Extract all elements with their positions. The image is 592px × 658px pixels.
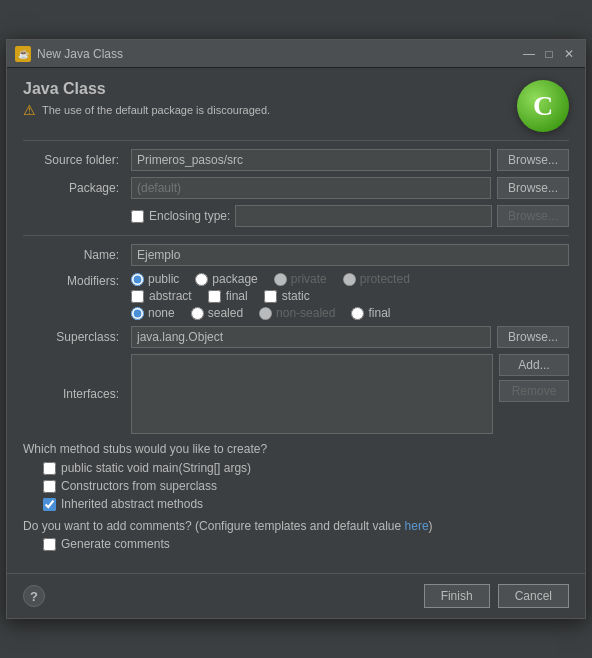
dialog-footer: ? Finish Cancel xyxy=(7,573,585,618)
new-java-class-dialog: ☕ New Java Class — □ ✕ Java Class ⚠ The … xyxy=(6,39,586,619)
stub-constructors-checkbox[interactable] xyxy=(43,480,56,493)
modifier-package-label[interactable]: package xyxy=(195,272,257,286)
enclosing-type-browse-button[interactable]: Browse... xyxy=(497,205,569,227)
enclosing-type-label-text: Enclosing type: xyxy=(149,209,230,223)
interfaces-buttons: Add... Remove xyxy=(499,354,569,402)
enclosing-type-field: Enclosing type: Browse... xyxy=(131,205,569,227)
warning-text: The use of the default package is discou… xyxy=(42,104,270,116)
maximize-button[interactable]: □ xyxy=(541,46,557,62)
interfaces-field: Add... Remove xyxy=(131,354,569,434)
package-label: Package: xyxy=(23,181,123,195)
interfaces-remove-button[interactable]: Remove xyxy=(499,380,569,402)
window-controls: — □ ✕ xyxy=(521,46,577,62)
stub-main-text: public static void main(String[] args) xyxy=(61,461,251,475)
modifiers-label: Modifiers: xyxy=(23,272,123,288)
modifiers-row-3: none sealed non-sealed final xyxy=(131,306,569,320)
stub-constructors-text: Constructors from superclass xyxy=(61,479,217,493)
stubs-list: public static void main(String[] args) C… xyxy=(23,461,569,511)
modifier-abstract-checkbox[interactable] xyxy=(131,290,144,303)
dialog-body: Java Class ⚠ The use of the default pack… xyxy=(7,68,585,563)
close-button[interactable]: ✕ xyxy=(561,46,577,62)
modifier-protected-radio[interactable] xyxy=(343,273,356,286)
source-folder-row: Source folder: Browse... xyxy=(23,149,569,171)
enclosing-type-checkbox-label[interactable]: Enclosing type: xyxy=(131,209,230,223)
superclass-field: Browse... xyxy=(131,326,569,348)
package-input[interactable] xyxy=(131,177,491,199)
stub-main-label[interactable]: public static void main(String[] args) xyxy=(43,461,569,475)
package-browse-button[interactable]: Browse... xyxy=(497,177,569,199)
separator-2 xyxy=(23,235,569,236)
modifier-final2-label[interactable]: final xyxy=(351,306,390,320)
help-button[interactable]: ? xyxy=(23,585,45,607)
enclosing-type-checkbox[interactable] xyxy=(131,210,144,223)
package-field: Browse... xyxy=(131,177,569,199)
header-warning: ⚠ The use of the default package is disc… xyxy=(23,102,270,118)
finish-button[interactable]: Finish xyxy=(424,584,490,608)
modifier-private-label[interactable]: private xyxy=(274,272,327,286)
comments-section: Do you want to add comments? (Configure … xyxy=(23,519,569,551)
warning-icon: ⚠ xyxy=(23,102,36,118)
minimize-button[interactable]: — xyxy=(521,46,537,62)
modifier-abstract-label[interactable]: abstract xyxy=(131,289,192,303)
modifier-public-label[interactable]: public xyxy=(131,272,179,286)
modifiers-row-1: public package private protected xyxy=(131,272,569,286)
source-folder-field: Browse... xyxy=(131,149,569,171)
superclass-label: Superclass: xyxy=(23,330,123,344)
modifier-sealed-radio[interactable] xyxy=(191,307,204,320)
modifier-nonsealed-label[interactable]: non-sealed xyxy=(259,306,335,320)
package-row: Package: Browse... xyxy=(23,177,569,199)
comments-link[interactable]: here xyxy=(405,519,429,533)
title-bar: ☕ New Java Class — □ ✕ xyxy=(7,40,585,68)
modifier-public-radio[interactable] xyxy=(131,273,144,286)
modifier-final2-radio[interactable] xyxy=(351,307,364,320)
header-left: Java Class ⚠ The use of the default pack… xyxy=(23,80,270,118)
stub-main-checkbox[interactable] xyxy=(43,462,56,475)
footer-buttons: Finish Cancel xyxy=(424,584,569,608)
generate-comments-checkbox[interactable] xyxy=(43,538,56,551)
generate-comments-text: Generate comments xyxy=(61,537,170,551)
modifier-protected-label[interactable]: protected xyxy=(343,272,410,286)
source-folder-browse-button[interactable]: Browse... xyxy=(497,149,569,171)
modifier-final-checkbox[interactable] xyxy=(208,290,221,303)
superclass-row: Superclass: Browse... xyxy=(23,326,569,348)
modifier-static-checkbox[interactable] xyxy=(264,290,277,303)
modifier-none-label[interactable]: none xyxy=(131,306,175,320)
comments-text: Do you want to add comments? (Configure … xyxy=(23,519,569,533)
interfaces-label: Interfaces: xyxy=(23,387,123,401)
title-bar-left: ☕ New Java Class xyxy=(15,46,123,62)
enclosing-type-row: Enclosing type: Browse... xyxy=(23,205,569,227)
modifiers-grid: public package private protected xyxy=(131,272,569,320)
name-input[interactable] xyxy=(131,244,569,266)
modifier-package-radio[interactable] xyxy=(195,273,208,286)
interfaces-add-button[interactable]: Add... xyxy=(499,354,569,376)
cancel-button[interactable]: Cancel xyxy=(498,584,569,608)
interfaces-row: Interfaces: Add... Remove xyxy=(23,354,569,434)
separator-1 xyxy=(23,140,569,141)
name-label: Name: xyxy=(23,248,123,262)
header-section: Java Class ⚠ The use of the default pack… xyxy=(23,80,569,132)
modifier-final-label[interactable]: final xyxy=(208,289,248,303)
logo: C xyxy=(517,80,569,132)
enclosing-type-input[interactable] xyxy=(235,205,492,227)
stub-inherited-label[interactable]: Inherited abstract methods xyxy=(43,497,569,511)
superclass-browse-button[interactable]: Browse... xyxy=(497,326,569,348)
dialog-title: New Java Class xyxy=(37,47,123,61)
superclass-input[interactable] xyxy=(131,326,491,348)
stub-constructors-label[interactable]: Constructors from superclass xyxy=(43,479,569,493)
stub-inherited-checkbox[interactable] xyxy=(43,498,56,511)
modifiers-row-2: abstract final static xyxy=(131,289,569,303)
modifier-sealed-label[interactable]: sealed xyxy=(191,306,243,320)
stubs-title: Which method stubs would you like to cre… xyxy=(23,442,569,456)
interfaces-input[interactable] xyxy=(131,354,493,434)
modifier-static-label[interactable]: static xyxy=(264,289,310,303)
java-icon: ☕ xyxy=(15,46,31,62)
header-title: Java Class xyxy=(23,80,270,98)
modifier-none-radio[interactable] xyxy=(131,307,144,320)
modifier-nonsealed-radio[interactable] xyxy=(259,307,272,320)
modifiers-section: Modifiers: public package private xyxy=(23,272,569,320)
stubs-section: Which method stubs would you like to cre… xyxy=(23,442,569,511)
generate-comments-label[interactable]: Generate comments xyxy=(23,537,569,551)
stub-inherited-text: Inherited abstract methods xyxy=(61,497,203,511)
modifier-private-radio[interactable] xyxy=(274,273,287,286)
source-folder-input[interactable] xyxy=(131,149,491,171)
